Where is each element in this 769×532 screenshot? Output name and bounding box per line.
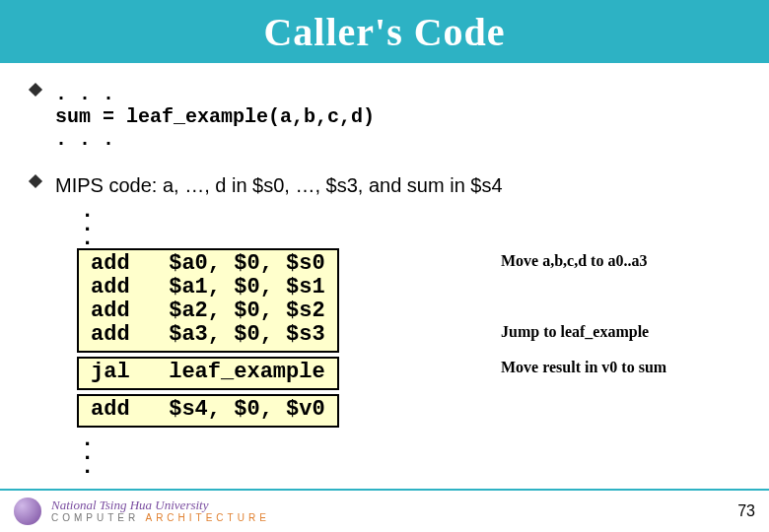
asm-row: add $s4, $0, $v0	[91, 398, 325, 422]
page-number: 73	[737, 502, 755, 520]
university-text: National Tsing Hua University COMPUTER A…	[51, 499, 270, 524]
asm-area: ... add $a0, $0, $s0 add $a1, $0, $s1 ad…	[77, 205, 739, 475]
diamond-bullet-icon	[30, 89, 41, 100]
asm-row: add $a0, $0, $s0	[91, 252, 325, 276]
title-bar: Caller's Code	[0, 0, 769, 63]
source-code-block: . . . sum = leaf_example(a,b,c,d) . . .	[55, 83, 375, 151]
slide-body: . . . sum = leaf_example(a,b,c,d) . . . …	[0, 63, 769, 475]
asm-box-3: add $s4, $0, $v0	[77, 394, 339, 428]
dept-left: COMPUTER	[51, 512, 139, 523]
bullet-2: MIPS code: a, …, d in $s0, …, $s3, and s…	[30, 174, 739, 197]
dept-right: ARCHITECTURE	[139, 512, 270, 523]
note-jump: Jump to leaf_example	[501, 323, 649, 341]
university-name: National Tsing Hua University	[51, 499, 270, 511]
src-line-1: . . .	[55, 83, 375, 105]
mips-description: MIPS code: a, …, d in $s0, …, $s3, and s…	[55, 174, 503, 197]
university-mark: National Tsing Hua University COMPUTER A…	[14, 498, 270, 525]
src-line-2: sum = leaf_example(a,b,c,d)	[55, 105, 375, 128]
department-label: COMPUTER ARCHITECTURE	[51, 511, 270, 524]
vertical-ellipsis-icon: ...	[81, 205, 739, 246]
bullet-1: . . . sum = leaf_example(a,b,c,d) . . .	[30, 83, 739, 151]
asm-row: jal leaf_example	[91, 361, 325, 384]
asm-row: add $a1, $0, $s1	[91, 276, 325, 299]
footer-bar: National Tsing Hua University COMPUTER A…	[0, 489, 769, 532]
vertical-ellipsis-icon: ...	[81, 433, 739, 475]
diamond-bullet-icon	[30, 180, 41, 192]
university-logo-icon	[14, 498, 41, 525]
slide-title: Caller's Code	[263, 9, 505, 55]
asm-box-1: add $a0, $0, $s0 add $a1, $0, $s1 add $a…	[77, 248, 339, 353]
src-line-3: . . .	[55, 128, 375, 151]
note-move-args: Move a,b,c,d to a0..a3	[501, 252, 647, 270]
asm-row: add $a3, $0, $s3	[91, 323, 325, 347]
asm-row: add $a2, $0, $s2	[91, 299, 325, 323]
asm-box-2: jal leaf_example	[77, 357, 339, 390]
note-move-result: Move result in v0 to sum	[501, 359, 666, 376]
